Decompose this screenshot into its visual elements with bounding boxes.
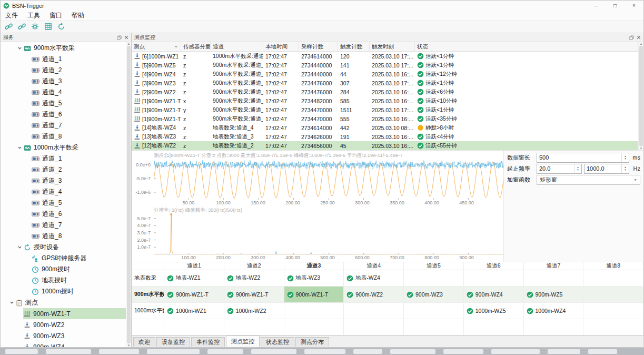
freq-to-input[interactable]: 1000.0 ▴▾ — [584, 164, 629, 174]
channel-cell-1000m-WZ1[interactable]: 1000m-WZ1 — [164, 303, 224, 319]
channel-cell-900m-WZ1-T[interactable]: 900m-WZ1-T — [164, 287, 224, 303]
tree-item-1000m授时[interactable]: 1000m授时 — [1, 286, 131, 297]
tree-item-通道_2[interactable]: 通道_2 — [1, 164, 131, 175]
table-cell[interactable]: 900m水平数采:通道_2 — [211, 105, 263, 114]
table-cell[interactable]: 2025.03.10 17:... — [370, 52, 415, 61]
tree-item-通道_8[interactable]: 通道_8 — [1, 231, 131, 242]
table-cell[interactable]: 活跃<35分钟 — [415, 114, 638, 123]
channel-cell-900m-WZ1-T[interactable]: 900m-WZ1-T — [224, 287, 284, 303]
table-cell[interactable]: 2734470000 — [299, 105, 338, 114]
table-cell[interactable]: 17:02:47 — [263, 132, 299, 141]
connect-button[interactable] — [3, 22, 14, 32]
tree-scrollbar[interactable]: ▲▼ — [126, 42, 131, 347]
table-cell[interactable]: 17:02:47 — [263, 105, 299, 114]
tree-item-通道_3[interactable]: 通道_3 — [1, 76, 131, 87]
tree-item-通道_7[interactable]: 通道_7 — [1, 220, 131, 231]
column-header-本地时间[interactable]: 本地时间 — [263, 42, 299, 52]
table-cell[interactable]: 2734656000 — [299, 141, 338, 150]
table-cell[interactable]: 2025.03.10 17:... — [370, 61, 415, 70]
table-cell[interactable]: 活跃<1分钟 — [415, 52, 638, 61]
table-cell[interactable]: 17:02:47 — [263, 78, 299, 87]
tree-item-测点[interactable]: 测点 — [1, 297, 131, 308]
channel-cell-1000m-WZ5[interactable]: 1000m-WZ5 — [464, 303, 524, 319]
column-header-通道[interactable]: 通道 — [211, 42, 263, 52]
taskbar-item[interactable] — [304, 349, 345, 354]
table-cell[interactable]: 191 — [338, 132, 370, 141]
table-cell[interactable]: z — [181, 114, 211, 123]
tree-item-通道_3[interactable]: 通道_3 — [1, 175, 131, 186]
taskbar-item[interactable] — [251, 349, 296, 354]
tree-item-900m-WZ2[interactable]: 900m-WZ2 — [1, 319, 131, 330]
table-cell[interactable]: 2734476000 — [299, 78, 338, 87]
expander-icon[interactable] — [16, 46, 23, 51]
tree-item-900m授时[interactable]: 900m授时 — [1, 264, 131, 275]
table-cell[interactable]: 活跃<6分钟 — [415, 87, 638, 96]
table-cell[interactable]: 17:02:47 — [263, 123, 299, 132]
table-cell[interactable]: 地表数采:通道_2 — [211, 141, 263, 150]
menu-窗口[interactable]: 窗口 — [45, 11, 67, 20]
taskbar-item[interactable] — [588, 349, 617, 354]
table-cell[interactable]: x — [181, 96, 211, 105]
table-cell[interactable]: 17:02:47 — [263, 96, 299, 105]
tree-item-通道_7[interactable]: 通道_7 — [1, 120, 131, 131]
table-cell[interactable]: 900m水平数采:通道_5 — [211, 78, 263, 87]
table-cell[interactable]: 141 — [338, 61, 370, 70]
table-scrollbar[interactable]: ▲▼ — [638, 42, 643, 150]
float-panel-button[interactable] — [117, 35, 122, 40]
table-cell[interactable]: 307 — [338, 78, 370, 87]
table-cell[interactable]: 活跃<1分钟 — [415, 78, 638, 87]
table-cell[interactable]: 2025.03.10 08:... — [370, 123, 415, 132]
table-cell[interactable]: 442 — [338, 123, 370, 132]
tree-item-通道_6[interactable]: 通道_6 — [1, 109, 131, 120]
table-cell[interactable]: 地表数采:通道_4 — [211, 123, 263, 132]
tab-设备监控[interactable]: 设备监控 — [156, 337, 190, 347]
tree-item-通道_5[interactable]: 通道_5 — [1, 98, 131, 109]
tab-欢迎[interactable]: 欢迎 — [133, 337, 155, 347]
table-cell[interactable]: 45 — [338, 141, 370, 150]
expander-icon[interactable] — [8, 300, 15, 305]
menu-帮助[interactable]: 帮助 — [67, 11, 89, 20]
menu-文件[interactable]: 文件 — [1, 11, 23, 20]
table-cell[interactable]: 活跃<1分钟 — [415, 105, 638, 114]
taskbar-item[interactable] — [390, 349, 435, 354]
taskbar-item[interactable] — [5, 349, 38, 354]
spinner-arrows-icon[interactable]: ▴▾ — [621, 153, 629, 162]
freq-from-input[interactable]: 20.0 ▴▾ — [537, 164, 582, 174]
table-cell[interactable]: z — [181, 87, 211, 96]
table-cell[interactable]: 555 — [338, 114, 370, 123]
tab-测点监控[interactable]: 测点监控 — [226, 336, 260, 347]
table-row-[13]地表-WZ3-z[interactable]: [13]地表-WZ3 — [132, 132, 181, 141]
taskbar-item[interactable] — [353, 349, 382, 354]
table-cell[interactable]: 17:02:47 — [263, 52, 299, 61]
table-cell[interactable]: y — [181, 105, 211, 114]
table-cell[interactable]: 活跃<55分钟 — [415, 141, 638, 150]
table-cell[interactable]: 284 — [338, 87, 370, 96]
tree-item-通道_1[interactable]: 通道_1 — [1, 54, 131, 65]
column-header-采样计数[interactable]: 采样计数 — [299, 42, 338, 52]
tree-item-通道_1[interactable]: 通道_1 — [1, 153, 131, 164]
table-cell[interactable]: 1511 — [338, 105, 370, 114]
refresh-button[interactable] — [55, 22, 67, 32]
tree-item-通道_5[interactable]: 通道_5 — [1, 198, 131, 209]
scroll-down-icon[interactable]: ▼ — [127, 344, 131, 347]
table-cell[interactable]: 17:02:47 — [263, 87, 299, 96]
table-cell[interactable]: 2734476000 — [299, 87, 338, 96]
taskbar-item[interactable] — [99, 349, 139, 354]
table-cell[interactable]: 900m水平数采:通道_4 — [211, 87, 263, 96]
tree-item-通道_4[interactable]: 通道_4 — [1, 87, 131, 98]
channel-cell-地表-WZ3[interactable]: 地表-WZ3 — [284, 270, 344, 287]
channel-cell-900m-WZ1-T[interactable]: 900m-WZ1-T — [284, 287, 344, 303]
table-cell[interactable]: z — [181, 61, 211, 70]
table-cell[interactable]: 2734440000 — [299, 70, 338, 78]
tree-item-授时设备[interactable]: 授时设备 — [1, 242, 131, 253]
table-cell[interactable]: 900m水平数采:通道_7 — [211, 61, 263, 70]
table-cell[interactable]: 900m水平数采:通道_3 — [211, 114, 263, 123]
waveform-plot[interactable] — [154, 159, 503, 200]
tree-item-900m-WZ3[interactable]: 900m-WZ3 — [1, 330, 131, 341]
maximize-button[interactable]: □ — [606, 1, 625, 11]
table-row-[6]1000m-WZ1-z[interactable]: [6]1000m-WZ1 — [132, 52, 181, 61]
table-row-[1]900m-WZ1-T-z[interactable]: [1]900m-WZ1-T — [132, 114, 181, 123]
table-cell[interactable]: 17:02:47 — [263, 141, 299, 150]
tree-item-900m水平数采[interactable]: 900m水平数采 — [1, 43, 131, 54]
spinner-arrows-icon[interactable]: ▴▾ — [621, 164, 629, 173]
